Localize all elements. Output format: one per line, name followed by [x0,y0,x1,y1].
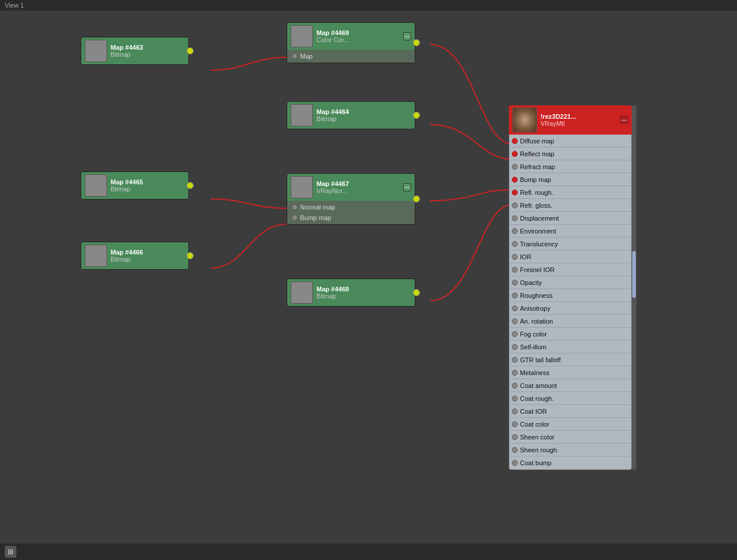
vray-port-row[interactable]: Fresnel IOR [509,263,631,276]
vray-socket-5[interactable] [512,202,518,208]
vray-port-row[interactable]: Translucency [509,238,631,250]
vray-socket-6[interactable] [512,215,518,221]
vray-port-row[interactable]: GTR tail falloff [509,353,631,366]
node-map4463-thumb [85,40,107,62]
vray-socket-21[interactable] [512,408,518,414]
node-map4467-port-bump-label: Bump map [300,214,331,221]
vray-port-label-20: Coat rough. [520,395,628,402]
bottom-bar: ⊞ [0,544,737,560]
vray-port-row[interactable]: Bump map [509,173,631,186]
vray-port-row[interactable]: Displacement [509,212,631,225]
vray-port-row[interactable]: Reflect map [509,147,631,160]
vray-socket-18[interactable] [512,370,518,376]
vray-port-row[interactable]: Sheen rough. [509,444,631,456]
vray-socket-4[interactable] [512,190,518,195]
node-map4463-output[interactable] [187,47,194,54]
node-map4465[interactable]: Map #4465 Bitmap [81,171,189,200]
node-map4467-socket-normal[interactable] [292,204,298,210]
vray-port-label-19: Coat amount [520,382,628,389]
vray-port-label-1: Reflect map [520,150,628,157]
node-map4469-socket-in[interactable] [292,53,298,59]
node-map4467[interactable]: Map #4467 VRayNor... — Normal map Bump m… [287,173,415,225]
node-map4464-output[interactable] [413,112,420,119]
vray-port-row[interactable]: Opacity [509,276,631,289]
vray-socket-1[interactable] [512,151,518,157]
vray-port-row[interactable]: Metalness [509,366,631,379]
node-map4469-collapse[interactable]: — [403,32,411,40]
vray-socket-16[interactable] [512,344,518,350]
vray-port-row[interactable]: Coat IOR [509,405,631,418]
vray-socket-25[interactable] [512,460,518,466]
vray-socket-10[interactable] [512,267,518,273]
vray-port-row[interactable]: Self-illum [509,341,631,353]
vray-port-row[interactable]: Sheen color [509,431,631,444]
node-map4468-header: Map #4468 Bitmap [287,279,415,306]
vray-port-label-25: Coat bump [520,459,628,466]
node-map4469[interactable]: Map #4469 Color Cor... — Map [287,22,415,63]
node-map4467-port-normal-label: Normal map [300,204,335,211]
vray-socket-22[interactable] [512,421,518,427]
vray-socket-9[interactable] [512,254,518,260]
node-map4465-header: Map #4465 Bitmap [81,172,188,199]
vray-port-row[interactable]: IOR [509,250,631,263]
node-map4469-port-label: Map [300,53,312,60]
vray-socket-8[interactable] [512,241,518,247]
node-map4466-type: Bitmap [111,256,185,263]
vray-port-row[interactable]: Coat amount [509,379,631,392]
vray-port-label-6: Displacement [520,215,628,222]
node-map4467-output[interactable] [413,195,420,202]
vray-port-row[interactable]: Roughness [509,289,631,302]
vray-port-row[interactable]: Fog color [509,328,631,341]
vray-socket-13[interactable] [512,305,518,311]
vray-scrollbar-thumb [632,251,636,298]
vray-port-row[interactable]: Refr. gloss. [509,199,631,212]
vray-port-label-23: Sheen color [520,434,628,441]
node-map4468[interactable]: Map #4468 Bitmap [287,279,415,307]
node-map4465-output[interactable] [187,182,194,189]
vray-port-label-7: Environment [520,228,628,235]
vray-thumb [512,108,537,132]
node-map4468-thumb [291,281,313,304]
vray-port-row[interactable]: Diffuse map [509,135,631,147]
vray-node-name: !rez3D221... [540,113,617,120]
vray-port-row[interactable]: Coat color [509,418,631,431]
node-map4469-type: Color Cor... [316,36,400,43]
vray-port-row[interactable]: Refract map [509,160,631,173]
vray-port-row[interactable]: Refl. rough. [509,186,631,199]
vray-socket-14[interactable] [512,318,518,324]
node-map4467-socket-bump[interactable] [292,215,298,221]
vray-ports-list: Diffuse mapReflect mapRefract mapBump ma… [509,135,632,470]
vray-port-row[interactable]: An. rotation [509,315,631,328]
vray-node[interactable]: !rez3D221... VRayMtl — Diffuse mapReflec… [509,105,632,470]
vray-socket-23[interactable] [512,434,518,440]
vray-collapse-btn[interactable]: — [620,116,628,124]
vray-socket-2[interactable] [512,164,518,170]
node-map4466[interactable]: Map #4466 Bitmap [81,242,189,270]
vray-port-row[interactable]: Coat rough. [509,392,631,405]
node-map4468-type: Bitmap [316,293,411,300]
node-map4463[interactable]: Map #4463 Bitmap [81,37,189,65]
vray-socket-20[interactable] [512,396,518,401]
vray-port-row[interactable]: Environment [509,225,631,238]
vray-scrollbar[interactable] [632,105,636,470]
vray-socket-11[interactable] [512,280,518,286]
node-map4463-header: Map #4463 Bitmap [81,37,188,64]
node-map4466-output[interactable] [187,252,194,259]
vray-socket-19[interactable] [512,383,518,389]
vray-socket-17[interactable] [512,357,518,363]
node-map4469-output[interactable] [413,39,420,46]
vray-socket-15[interactable] [512,331,518,337]
vray-port-row[interactable]: Anisotropy [509,302,631,315]
node-map4464[interactable]: Map #4464 Bitmap [287,101,415,129]
vray-socket-7[interactable] [512,228,518,234]
vray-socket-24[interactable] [512,447,518,453]
vray-port-label-10: Fresnel IOR [520,266,628,273]
vray-port-label-17: GTR tail falloff [520,356,628,363]
node-map4467-collapse[interactable]: — [403,183,411,191]
bottom-icon-view[interactable]: ⊞ [5,546,16,558]
vray-socket-0[interactable] [512,138,518,144]
vray-socket-3[interactable] [512,177,518,183]
vray-port-row[interactable]: Coat bump [509,456,631,469]
node-map4468-output[interactable] [413,289,420,296]
vray-socket-12[interactable] [512,293,518,298]
